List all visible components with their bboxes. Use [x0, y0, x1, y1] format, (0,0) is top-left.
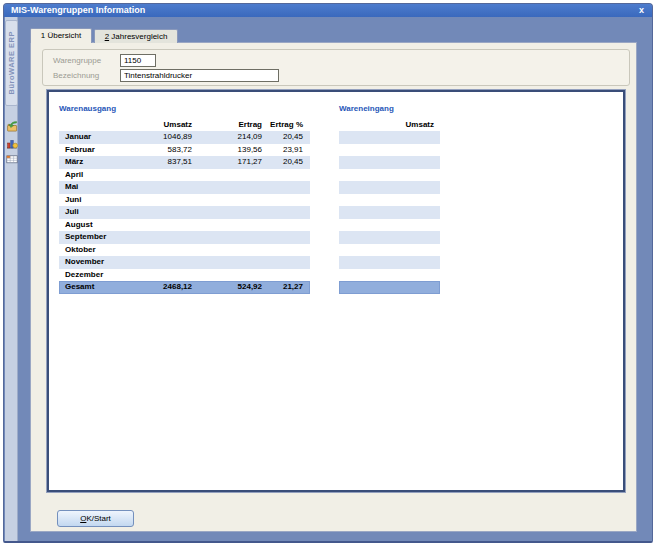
form-group: Warengruppe Bezeichnung — [42, 49, 630, 86]
bezeichnung-label: Bezeichnung — [53, 69, 99, 82]
outgoing-col-ertrag-pct: Ertrag % — [262, 119, 303, 132]
outgoing-month-row: September — [59, 231, 310, 244]
folder-import-icon[interactable] — [6, 121, 18, 133]
cell-month: Dezember — [59, 269, 132, 282]
cell-month: Gesamt — [59, 281, 132, 294]
outgoing-month-row: Februar583,72139,5623,91 — [59, 144, 310, 157]
window-body: BüroWARE ERP 1 Übersicht — [4, 17, 653, 543]
warengruppe-row: Warengruppe — [43, 54, 629, 67]
cell-ertrag-pct — [262, 256, 303, 269]
outgoing-month-row: Dezember — [59, 269, 310, 282]
cell-in-umsatz — [339, 231, 434, 244]
incoming-month-row — [339, 131, 440, 144]
outgoing-rows: Januar1046,89214,0920,45Februar583,72139… — [59, 131, 310, 294]
incoming-month-row — [339, 219, 440, 232]
cell-in-umsatz — [339, 181, 434, 194]
brand-text: BüroWARE ERP — [7, 31, 16, 95]
incoming-month-row — [339, 144, 440, 157]
cell-ertrag — [192, 219, 262, 232]
cell-ertrag-pct — [262, 194, 303, 207]
cell-ertrag — [192, 181, 262, 194]
cell-month: August — [59, 219, 132, 232]
outgoing-col-month — [59, 119, 132, 132]
cell-in-umsatz — [339, 169, 434, 182]
cell-ertrag-pct: 20,45 — [262, 156, 303, 169]
cell-ertrag-pct — [262, 219, 303, 232]
outgoing-month-row: August — [59, 219, 310, 232]
cell-ertrag-pct — [262, 231, 303, 244]
incoming-month-row — [339, 269, 440, 282]
cell-ertrag — [192, 244, 262, 257]
sidebar: BüroWARE ERP — [5, 17, 18, 543]
cell-in-umsatz — [339, 194, 434, 207]
cell-in-umsatz — [339, 156, 434, 169]
warenausgang-title: Warenausgang — [59, 104, 116, 113]
cell-ertrag-pct — [262, 269, 303, 282]
cell-ertrag-pct: 21,27 — [262, 281, 303, 294]
cell-in-umsatz — [339, 144, 434, 157]
brand-vertical-label: BüroWARE ERP — [5, 20, 18, 106]
close-icon[interactable]: x — [639, 4, 644, 17]
cell-umsatz — [132, 219, 192, 232]
cell-ertrag — [192, 256, 262, 269]
outgoing-month-row: Mai — [59, 181, 310, 194]
cell-ertrag — [192, 194, 262, 207]
cell-ertrag — [192, 206, 262, 219]
cell-umsatz — [132, 181, 192, 194]
cell-umsatz: 837,51 — [132, 156, 192, 169]
cell-umsatz: 2468,12 — [132, 281, 192, 294]
cell-month: März — [59, 156, 132, 169]
warengruppe-label: Warengruppe — [53, 54, 101, 67]
cell-in-umsatz — [339, 281, 434, 294]
outgoing-col-ertrag: Ertrag — [192, 119, 262, 132]
cell-in-umsatz — [339, 131, 434, 144]
incoming-rows — [339, 131, 440, 294]
incoming-header-row: Umsatz — [339, 119, 440, 132]
outgoing-col-umsatz: Umsatz — [132, 119, 192, 132]
table-grid-icon[interactable] — [6, 153, 18, 165]
cell-umsatz — [132, 231, 192, 244]
cell-ertrag — [192, 269, 262, 282]
cell-ertrag-pct — [262, 206, 303, 219]
app-window: MIS-Warengruppen Information x BüroWARE … — [3, 3, 653, 543]
cell-ertrag-pct — [262, 169, 303, 182]
bezeichnung-row: Bezeichnung — [43, 69, 629, 82]
cell-ertrag — [192, 169, 262, 182]
cell-in-umsatz — [339, 269, 434, 282]
cell-month: November — [59, 256, 132, 269]
cell-ertrag: 524,92 — [192, 281, 262, 294]
cell-in-umsatz — [339, 206, 434, 219]
warengruppe-input[interactable] — [120, 54, 156, 67]
chart-statistics-icon[interactable] — [6, 137, 18, 149]
incoming-month-row — [339, 169, 440, 182]
ok-start-button[interactable]: OK/Start — [57, 510, 134, 527]
tab-jahresvergleich[interactable]: 2 Jahresvergleich — [94, 29, 178, 43]
cell-month: Juni — [59, 194, 132, 207]
cell-umsatz — [132, 194, 192, 207]
outgoing-total-row: Gesamt2468,12524,9221,27 — [59, 281, 310, 294]
cell-umsatz — [132, 206, 192, 219]
tab-page-uebersicht: Warengruppe Bezeichnung Warenausgang War… — [30, 42, 637, 532]
cell-month: Januar — [59, 131, 132, 144]
cell-in-umsatz — [339, 256, 434, 269]
cell-ertrag — [192, 231, 262, 244]
cell-umsatz: 583,72 — [132, 144, 192, 157]
titlebar: MIS-Warengruppen Information x — [4, 4, 652, 17]
tab-uebersicht[interactable]: 1 Übersicht — [30, 28, 92, 43]
cell-ertrag-pct — [262, 181, 303, 194]
outgoing-month-row: Juni — [59, 194, 310, 207]
cell-ertrag: 171,27 — [192, 156, 262, 169]
cell-in-umsatz — [339, 219, 434, 232]
outgoing-month-row: Oktober — [59, 244, 310, 257]
incoming-month-row — [339, 244, 440, 257]
cell-month: Oktober — [59, 244, 132, 257]
cell-ertrag-pct — [262, 244, 303, 257]
window-title: MIS-Warengruppen Information — [11, 4, 145, 17]
cell-umsatz: 1046,89 — [132, 131, 192, 144]
cell-umsatz — [132, 256, 192, 269]
wareneingang-title: Wareneingang — [339, 104, 394, 113]
cell-ertrag: 139,56 — [192, 144, 262, 157]
incoming-month-row — [339, 256, 440, 269]
cell-month: Juli — [59, 206, 132, 219]
bezeichnung-input[interactable] — [120, 69, 279, 82]
